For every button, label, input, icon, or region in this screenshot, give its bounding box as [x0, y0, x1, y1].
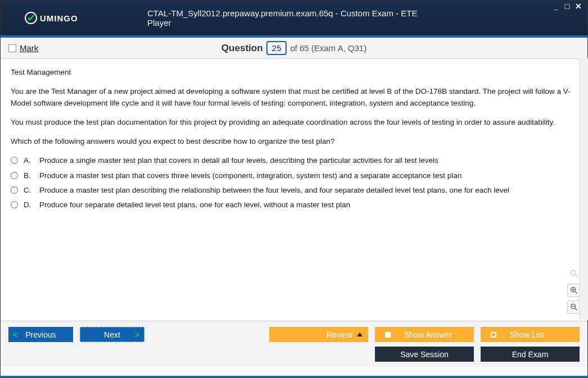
question-content: Test Management You are the Test Manager…	[1, 59, 587, 321]
logo-checkmark-icon	[24, 11, 38, 25]
list-icon	[491, 332, 496, 338]
radio-a[interactable]	[11, 157, 18, 164]
option-letter: A.	[24, 155, 34, 166]
square-icon	[385, 332, 391, 338]
question-para2: You must produce the test plan documenta…	[11, 117, 577, 128]
footer-row-1: < Previous Next > Review Show Answer Sho…	[8, 327, 580, 342]
window-title: CTAL-TM_Syll2012.prepaway.premium.exam.6…	[147, 8, 441, 28]
footer: < Previous Next > Review Show Answer Sho…	[1, 321, 587, 367]
question-of-text: of 65 (Exam A, Q31)	[290, 43, 367, 53]
option-text: Produce four separate detailed level tes…	[39, 199, 577, 211]
radio-b[interactable]	[11, 172, 18, 179]
next-label: Next	[104, 330, 120, 339]
show-answer-label: Show Answer	[404, 330, 452, 339]
show-answer-button[interactable]: Show Answer	[375, 327, 474, 342]
svg-line-8	[575, 308, 577, 310]
previous-button[interactable]: < Previous	[8, 327, 73, 342]
mark-checkbox-group[interactable]: Mark	[8, 43, 38, 53]
question-para1: You are the Test Manager of a new projec…	[11, 86, 577, 109]
end-exam-button[interactable]: End Exam	[481, 347, 580, 362]
chevron-right-icon: >	[135, 330, 139, 339]
option-d[interactable]: D. Produce four separate detailed level …	[11, 199, 577, 211]
option-letter: C.	[24, 185, 34, 196]
question-para3: Which of the following answers would you…	[11, 136, 577, 147]
svg-point-1	[571, 270, 576, 275]
radio-c[interactable]	[11, 186, 18, 194]
maximize-icon[interactable]: □	[563, 3, 572, 11]
bottom-separator	[0, 376, 588, 378]
show-list-label: Show List	[510, 330, 544, 339]
close-icon[interactable]: ✕	[574, 3, 583, 11]
review-label: Review	[327, 330, 352, 339]
question-label: Question	[221, 43, 263, 54]
titlebar: UMINGO CTAL-TM_Syll2012.prepaway.premium…	[1, 1, 587, 35]
app-logo: UMINGO	[24, 11, 78, 25]
mark-checkbox[interactable]	[8, 44, 16, 52]
options-list: A. Produce a single master test plan tha…	[11, 155, 577, 211]
show-list-button[interactable]: Show List	[481, 327, 580, 342]
logo-text: UMINGO	[40, 13, 78, 23]
next-button[interactable]: Next >	[80, 327, 144, 342]
svg-line-4	[575, 292, 577, 293]
question-topic: Test Management	[11, 67, 577, 78]
previous-label: Previous	[25, 330, 56, 339]
minimize-icon[interactable]: _	[551, 3, 560, 11]
option-letter: B.	[24, 170, 34, 181]
option-text: Produce a single master test plan that c…	[39, 155, 577, 166]
review-button[interactable]: Review	[269, 327, 368, 342]
info-bar: Mark Question 25 of 65 (Exam A, Q31)	[1, 38, 587, 59]
question-number: 25	[266, 41, 287, 55]
chevron-left-icon: <	[13, 330, 17, 339]
save-session-button[interactable]: Save Session	[375, 347, 474, 362]
option-b[interactable]: B. Produce a master test plan that cover…	[11, 170, 577, 181]
option-c[interactable]: C. Produce a master test plan describing…	[11, 185, 577, 196]
radio-d[interactable]	[11, 201, 18, 208]
mark-label[interactable]: Mark	[20, 43, 38, 53]
question-indicator: Question 25 of 65 (Exam A, Q31)	[221, 41, 367, 55]
scrollbar[interactable]	[579, 58, 588, 320]
option-letter: D.	[24, 199, 34, 211]
option-text: Produce a master test plan that covers t…	[39, 170, 577, 181]
option-text: Produce a master test plan describing th…	[39, 185, 577, 196]
triangle-up-icon	[357, 333, 363, 336]
option-a[interactable]: A. Produce a single master test plan tha…	[11, 155, 577, 166]
footer-row-2: Save Session End Exam	[8, 347, 580, 362]
window-controls: _ □ ✕	[551, 3, 583, 11]
svg-line-2	[575, 275, 577, 277]
